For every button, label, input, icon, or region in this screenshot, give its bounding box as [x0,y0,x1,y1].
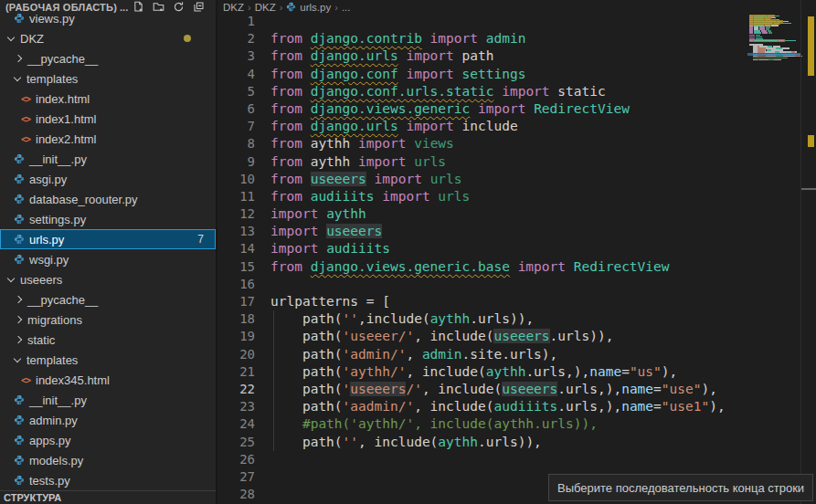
minimap-mark [754,40,778,42]
tree-item-index1-html[interactable]: <>index1.html [0,109,216,129]
tree-item-dkz[interactable]: DKZ [0,28,216,48]
tree-item-templates[interactable]: templates [0,350,216,370]
refresh-icon[interactable] [173,1,185,13]
tree-item--init-py[interactable]: __init__.py [0,149,216,169]
tree-item-index2-html[interactable]: <>index2.html [0,129,216,149]
line-number: 1 [219,13,270,30]
outline-section-header[interactable]: СТРУКТУРА [0,490,216,504]
new-folder-icon[interactable] [153,1,164,13]
code-line[interactable]: 18 path('',include(aythh.urls)), [219,310,747,328]
code-line-text: from aythh import urls [270,153,446,171]
line-number: 12 [219,205,270,223]
tree-item-label: static [27,333,55,347]
overview-ruler[interactable] [800,0,816,504]
code-line[interactable]: 7from django.urls import include [219,118,747,135]
code-line[interactable]: 23 path('aadmin/', include(audiiits.urls… [219,398,747,415]
tree-item-label: migrations [27,313,82,327]
code-line[interactable]: 3from django.urls import path [219,47,747,65]
tree-item-useeers[interactable]: useeers [0,269,216,289]
code-line[interactable]: 9from aythh import urls [219,153,747,171]
code-line[interactable]: 10from useeers import urls [219,171,747,188]
code-line-text: from django.contrib import admin [270,30,525,47]
code-token: from [270,101,302,116]
tree-item-label: models.py [29,454,83,467]
code-line[interactable]: 4from django.conf import settings [219,66,747,83]
tree-item-label: asgi.py [29,173,67,186]
new-file-icon[interactable] [132,1,144,13]
code-line-text: from django.urls import include [270,118,518,135]
collapse-folders-icon[interactable] [193,1,205,13]
code-line[interactable]: 13import useeers [219,223,747,240]
code-line[interactable]: 2from django.contrib import admin [219,30,747,47]
tree-item--init-py[interactable]: __init__.py [0,390,216,410]
minimap-mark [747,53,800,56]
code-line[interactable]: 25 path('', include(aythh.urls)), [219,434,747,451]
tree-item-asgi-py[interactable]: asgi.py [0,169,216,189]
minimap[interactable] [747,0,800,504]
breadcrumb-item[interactable]: DKZ [223,2,244,13]
code-line[interactable]: 12import aythh [219,205,747,223]
tree-item-index345-html[interactable]: <>index345.html [0,370,216,390]
minimap-mark [771,25,778,26]
code-line[interactable]: 21 path('aythh/', include(aythh.urls,),n… [219,363,747,381]
line-number: 5 [219,83,270,100]
tree-item-templates[interactable]: templates [0,68,216,89]
python-file-icon [14,13,25,24]
tree-item-models-py[interactable]: models.py [0,450,216,470]
code-token: from [270,154,302,169]
code-token: = [621,364,630,379]
code-line[interactable]: 20 path('admin/', admin.site.urls), [219,346,747,363]
code-token: ,include( [358,311,430,326]
tree-item-static[interactable]: static [0,330,216,350]
breadcrumb-item[interactable]: urls.py [300,2,331,13]
code-line[interactable]: 6from django.views.generic import Redire… [219,100,747,118]
code-token: from [270,48,302,63]
tree-item-wsgi-py[interactable]: wsgi.py [0,249,216,269]
code-token: from [270,136,302,151]
tree-item-apps-py[interactable]: apps.py [0,430,216,450]
line-number: 10 [219,171,270,188]
code-token: , include( [422,382,502,396]
line-number: 19 [219,328,270,345]
code-token: aythh [430,311,471,326]
code-line[interactable]: 16 [219,276,747,293]
code-line[interactable]: 19 path('useeer/', include(useeers.urls)… [219,328,747,345]
line-number: 17 [219,293,270,310]
breadcrumb-item[interactable]: DKZ [255,2,276,13]
tree-item--pycache-[interactable]: __pycache__ [0,289,216,310]
code-line-text: path('',include(aythh.urls)), [270,310,534,328]
code-token [318,206,326,221]
tree-item-label: index1.html [36,112,96,126]
code-line[interactable]: 26 [219,451,747,468]
indent-guide [273,310,274,451]
tree-item-migrations[interactable]: migrations [0,310,216,330]
tree-item-settings-py[interactable]: settings.py [0,209,216,229]
code-token [566,259,574,274]
tree-item--pycache-[interactable]: __pycache__ [0,48,216,68]
tree-item-database-roouter-py[interactable]: database_roouter.py [0,189,216,209]
code-token: admin [486,31,526,46]
code-token: path( [270,435,343,449]
breadcrumb-item[interactable]: ... [342,2,351,13]
code-token: 'aadmin/' [343,399,415,414]
tree-item-urls-py[interactable]: urls.py7 [0,229,216,249]
code-token: aythh [311,154,351,169]
code-line[interactable]: 22 path('useeers/', include(useeers.urls… [219,381,747,398]
code-line[interactable]: 8from aythh import views [219,135,747,152]
code-token [318,241,326,256]
more-actions-icon[interactable]: ... [120,2,128,13]
code-token: ), [662,364,677,379]
code-line[interactable]: 5from django.conf.urls.static import sta… [219,83,747,100]
explorer-section-header[interactable]: (РАБОЧАЯ ОБЛАСТЬ) ... [0,0,216,14]
code-line-text: urlpatterns = [ [270,293,390,310]
code-line[interactable]: 17urlpatterns = [ [219,293,747,310]
code-editor[interactable]: 12from django.contrib import admin3from … [219,13,747,503]
code-line[interactable]: 11from audiiits import urls [219,188,747,205]
code-line[interactable]: 14import audiiits [219,240,747,257]
tree-item-tests-py[interactable]: tests.py [0,470,216,490]
code-line[interactable]: 24 #path('aythh/', include(aythh.urls)), [219,415,747,433]
tree-item-index-html[interactable]: <>index.html [0,89,216,109]
tree-item-admin-py[interactable]: admin.py [0,410,216,430]
code-line[interactable]: 15from django.views.generic.base import … [219,258,747,276]
code-line[interactable]: 1 [219,13,747,30]
